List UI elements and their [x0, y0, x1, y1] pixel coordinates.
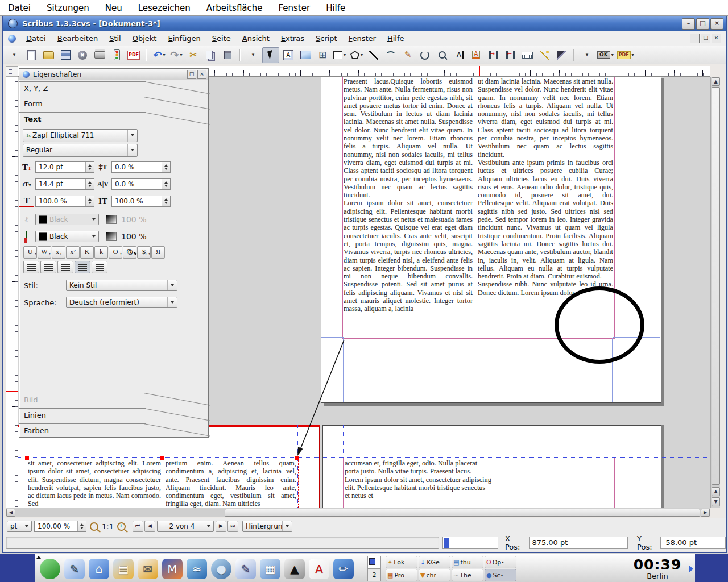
zoom-in-icon[interactable]: + [117, 522, 126, 531]
mdi-close-button[interactable]: × [712, 34, 721, 43]
task-kget[interactable]: ↓KGe [419, 556, 450, 568]
first-page-button[interactable]: ⏮ [133, 521, 143, 532]
insert-text-frame-tool[interactable]: A [280, 48, 296, 63]
ellipse-shape[interactable] [555, 286, 644, 364]
horizontal-scrollbar[interactable]: ◀ ▶ [6, 508, 710, 517]
task-the[interactable]: ~The [452, 569, 483, 581]
stroke-color-select[interactable]: Black [35, 214, 99, 225]
tab-text[interactable]: Text [19, 112, 213, 127]
paint-launcher[interactable]: ✏ [333, 559, 354, 579]
chevron-down-icon[interactable]: ▾ [163, 52, 166, 57]
vertical-scrollbar[interactable]: ▲ ▲ ▼ [710, 77, 720, 508]
page-select[interactable]: 2 von 4 [157, 521, 214, 532]
line-spacing-icon[interactable]: tT▾ [19, 181, 34, 188]
outline-button[interactable]: O▾ [123, 246, 136, 259]
desktop-menu-item[interactable]: Datei [0, 3, 39, 13]
underline-words-button[interactable]: W▾ [38, 246, 51, 259]
menu-item[interactable]: Hilfe [382, 34, 410, 43]
underline-button[interactable]: U▾ [23, 246, 37, 259]
story-editor-tool[interactable]: A [468, 48, 484, 63]
task-lokalize[interactable]: ✦Lok [386, 556, 417, 568]
desktop-menu-item[interactable]: Arbeitsfläche [198, 3, 271, 13]
text-column[interactable]: Praesent lacus.Quisque lobortis euismod … [344, 77, 473, 337]
zoom-out-icon[interactable] [90, 522, 98, 531]
spinner-buttons[interactable] [77, 521, 86, 531]
fill-color-select[interactable]: Black [35, 231, 99, 242]
font-style-select[interactable]: Regular [23, 144, 138, 157]
fill-shade-chip[interactable] [106, 232, 117, 241]
close-button[interactable]: × [710, 18, 723, 30]
insert-bezier-curve-tool[interactable] [383, 48, 399, 63]
undo-button[interactable]: ↶▾ [151, 48, 167, 63]
kerning-spinner[interactable]: 0.0 % [111, 178, 171, 190]
frame-handle[interactable] [160, 456, 164, 460]
menu-item[interactable]: Script [310, 34, 343, 43]
inkscape-launcher[interactable]: ▲ [284, 559, 305, 579]
print-button[interactable] [92, 48, 107, 63]
window-titlebar[interactable]: Scribus 1.3.3cvs - [Dokument-3*] – □ × [3, 16, 726, 31]
new-document-button[interactable] [23, 48, 39, 63]
shadow-button[interactable]: S▾ [137, 246, 151, 259]
small-caps-button[interactable]: k [94, 246, 108, 259]
home-folder-launcher[interactable]: ⌂ [89, 559, 109, 579]
menu-item[interactable]: Ansicht [237, 34, 275, 43]
chevron-down-icon[interactable]: ▾ [632, 52, 634, 57]
panel-hide-button[interactable] [687, 555, 695, 582]
display-tray-icon[interactable] [571, 562, 582, 573]
align-justify-button[interactable] [75, 261, 90, 273]
text-column[interactable]: sit amet, consectetuer adipiscing elit. … [28, 459, 161, 508]
copy-button[interactable] [202, 48, 218, 63]
insert-freehand-line-tool[interactable]: ✎ [400, 48, 416, 63]
properties-palette[interactable]: Eigenschaften □ × X, Y, Z Form Text 1s Z… [19, 68, 209, 438]
tab-linien[interactable]: Linien [19, 408, 213, 423]
tools-overflow-menu[interactable]: ▾ [245, 48, 261, 63]
mdi-minimize-button[interactable]: – [690, 34, 700, 43]
menu-item[interactable]: Stil [104, 34, 127, 43]
insert-line-tool[interactable] [366, 48, 382, 63]
scroll-right-button[interactable]: ▶ [701, 509, 710, 517]
zoom-tool[interactable] [434, 48, 450, 63]
volume-tray-icon[interactable] [544, 562, 555, 573]
rotate-item-tool[interactable] [417, 48, 433, 63]
menu-item[interactable]: Fenster [343, 34, 382, 43]
task-scribus[interactable]: ●Sc [485, 569, 516, 581]
insert-image-frame-tool[interactable] [297, 48, 313, 63]
organizer-reminder-tray-icon[interactable] [585, 562, 596, 573]
task-chr[interactable]: ▼chr [419, 569, 450, 581]
plug-device-tray-icon[interactable] [516, 562, 528, 573]
tab-form[interactable]: Form [19, 97, 213, 111]
scale-width-spinner[interactable]: 100.0 % [35, 196, 94, 207]
zoom-ratio-button[interactable]: 1:1 [102, 522, 114, 531]
vertical-scroll-thumb[interactable] [712, 87, 720, 485]
task-thunderbird-folder[interactable]: ▤thu [452, 556, 483, 568]
chevron-down-icon[interactable]: ▾ [180, 52, 183, 57]
all-caps-button[interactable]: K [80, 246, 94, 259]
desktop-menu-item[interactable]: Fenster [271, 3, 318, 13]
baseline-offset-spinner[interactable]: 0.0 % [111, 161, 171, 173]
cd-player-tray-icon[interactable] [598, 562, 610, 573]
desktop-menu-item[interactable]: Hilfe [318, 3, 353, 13]
scroll-down-button[interactable]: ▼ [712, 497, 720, 506]
paste-button[interactable] [220, 48, 235, 63]
align-force-justify-button[interactable] [92, 261, 107, 273]
font-family-select[interactable]: 1s Zapf Elliptical 711 [23, 129, 138, 142]
align-center-button[interactable] [40, 261, 56, 273]
link-text-frames-tool[interactable] [485, 48, 501, 63]
desktop-menu-item[interactable]: Lesezeichen [130, 3, 198, 13]
desktop-menu-item[interactable]: Neu [97, 3, 130, 13]
digikam-launcher[interactable]: ▦ [260, 559, 280, 579]
panel-hide-arrow-icon[interactable] [35, 555, 40, 560]
menu-item[interactable]: Bearbeiten [52, 34, 104, 43]
close-document-button[interactable]: ✖ [75, 48, 90, 63]
menu-item[interactable]: Extras [275, 34, 310, 43]
insert-shape-tool[interactable]: ▾ [332, 48, 348, 63]
horizontal-scroll-thumb[interactable] [225, 509, 700, 517]
task-pro[interactable]: ▦Pro [386, 569, 417, 581]
text-column[interactable]: accumsan et, fringilla eget, odio. Nulla… [345, 459, 491, 508]
menu-item[interactable]: Datei [20, 34, 52, 43]
tab-xyz[interactable]: X, Y, Z [19, 81, 213, 96]
chevron-down-icon[interactable]: ▾ [611, 52, 614, 57]
paragraph-style-select[interactable]: Kein Stil [66, 280, 177, 291]
reverse-writing-button[interactable]: Я [151, 246, 165, 259]
menu-item[interactable]: Einfügen [162, 34, 206, 43]
